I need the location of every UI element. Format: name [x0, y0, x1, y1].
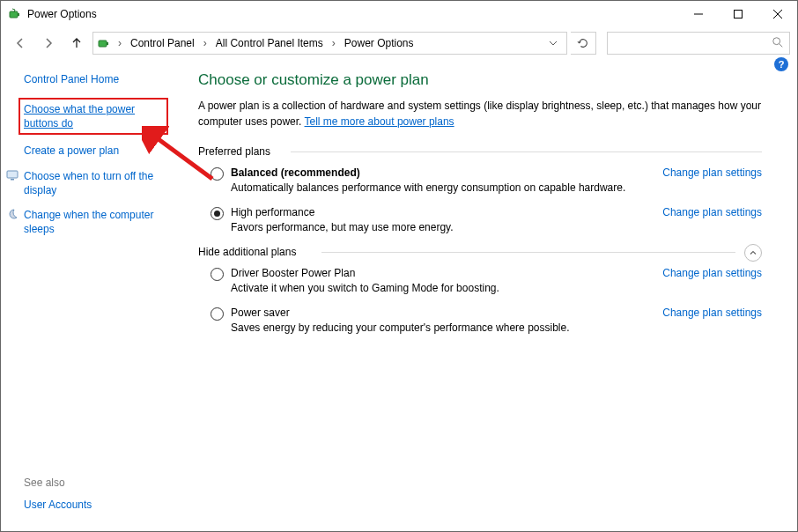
main-panel: ? Choose or customize a power plan A pow…	[177, 59, 797, 531]
annotation-highlight: Choose what the power buttons do	[18, 98, 168, 135]
link-label: User Accounts	[24, 498, 92, 512]
power-options-icon	[97, 36, 111, 50]
minimize-button[interactable]	[678, 1, 718, 27]
chevron-right-icon[interactable]: ›	[329, 37, 339, 49]
plan-name: Power saver	[231, 307, 662, 319]
svg-rect-0	[10, 11, 18, 18]
plan-name: Driver Booster Power Plan	[231, 267, 662, 279]
radio-power-saver[interactable]	[211, 307, 224, 321]
svg-line-4	[773, 10, 782, 18]
svg-rect-7	[107, 42, 108, 45]
chevron-right-icon[interactable]: ›	[115, 37, 125, 49]
svg-rect-10	[7, 171, 18, 178]
radio-balanced[interactable]	[211, 167, 224, 181]
sidebar-link-choose-buttons[interactable]: Choose what the power buttons do	[24, 102, 163, 130]
radio-high-performance[interactable]	[211, 207, 224, 220]
address-dropdown-button[interactable]	[543, 33, 563, 53]
sidebar-link-create-plan[interactable]: Create a power plan	[24, 144, 168, 158]
close-button[interactable]	[757, 1, 797, 27]
page-description: A power plan is a collection of hardware…	[198, 98, 762, 129]
sidebar: Control Panel Home Choose what the power…	[1, 59, 177, 531]
sidebar-link-change-sleep[interactable]: Change when the computer sleeps	[24, 208, 168, 236]
plan-balanced: Balanced (recommended) Automatically bal…	[211, 166, 762, 194]
link-label: Create a power plan	[24, 144, 168, 158]
section-preferred-plans: Preferred plans	[198, 145, 762, 158]
moon-icon	[6, 208, 18, 220]
content-body: Control Panel Home Choose what the power…	[1, 59, 797, 531]
chevron-right-icon[interactable]: ›	[200, 37, 211, 49]
radio-driver-booster[interactable]	[211, 268, 224, 281]
svg-line-9	[780, 43, 783, 47]
change-plan-settings-link[interactable]: Change plan settings	[662, 267, 762, 279]
change-plan-settings-link[interactable]: Change plan settings	[662, 206, 762, 218]
plan-high-performance: High performance Favors performance, but…	[211, 206, 762, 233]
titlebar: Power Options	[1, 1, 797, 27]
back-button[interactable]	[8, 31, 33, 55]
window: Power Options › Control Panel › All Cont…	[0, 0, 798, 532]
change-plan-settings-link[interactable]: Change plan settings	[662, 307, 762, 319]
sidebar-link-turn-off-display[interactable]: Choose when to turn off the display	[24, 169, 168, 197]
plan-name: Balanced (recommended)	[231, 166, 662, 179]
see-also-section: See also User Accounts	[24, 477, 92, 512]
svg-rect-11	[11, 179, 14, 181]
change-plan-settings-link[interactable]: Change plan settings	[662, 166, 762, 179]
window-title: Power Options	[27, 8, 97, 20]
display-icon	[6, 169, 18, 181]
maximize-button[interactable]	[718, 1, 757, 27]
plan-power-saver: Power saver Saves energy by reducing you…	[211, 307, 762, 334]
link-label: Change when the computer sleeps	[24, 208, 168, 236]
link-label: Choose what the power buttons do	[24, 102, 163, 130]
control-panel-home-link[interactable]: Control Panel Home	[24, 73, 168, 85]
address-bar[interactable]: › Control Panel › All Control Panel Item…	[92, 32, 567, 55]
refresh-button[interactable]	[571, 32, 596, 55]
help-button[interactable]: ?	[774, 57, 788, 71]
sidebar-link-user-accounts[interactable]: User Accounts	[24, 498, 92, 512]
power-options-icon	[8, 7, 22, 21]
plan-desc: Saves energy by reducing your computer's…	[231, 321, 662, 334]
breadcrumb-item[interactable]: All Control Panel Items	[214, 37, 325, 49]
plan-driver-booster: Driver Booster Power Plan Activate it wh…	[211, 267, 762, 294]
plan-name: High performance	[231, 206, 662, 218]
nav-row: › Control Panel › All Control Panel Item…	[1, 27, 797, 59]
plan-desc: Favors performance, but may use more ene…	[231, 221, 662, 233]
window-controls	[678, 1, 797, 27]
svg-line-5	[773, 10, 782, 18]
collapse-button[interactable]	[744, 244, 762, 262]
section-hide-additional[interactable]: Hide additional plans	[198, 246, 762, 258]
see-also-label: See also	[24, 477, 92, 489]
up-button[interactable]	[64, 31, 89, 55]
plan-desc: Automatically balances performance with …	[231, 181, 662, 194]
svg-rect-1	[18, 13, 19, 16]
page-title: Choose or customize a power plan	[198, 71, 762, 89]
svg-point-8	[773, 37, 780, 44]
forward-button[interactable]	[36, 31, 61, 55]
svg-rect-6	[99, 41, 107, 47]
learn-more-link[interactable]: Tell me more about power plans	[305, 115, 454, 128]
description-text: A power plan is a collection of hardware…	[198, 100, 761, 128]
link-label: Choose when to turn off the display	[24, 169, 168, 197]
search-box[interactable]	[607, 32, 790, 55]
breadcrumb-item[interactable]: Power Options	[343, 37, 416, 49]
svg-rect-3	[734, 11, 742, 18]
plan-desc: Activate it when you switch to Gaming Mo…	[231, 282, 662, 294]
search-icon	[772, 36, 784, 51]
breadcrumb-item[interactable]: Control Panel	[129, 37, 196, 49]
